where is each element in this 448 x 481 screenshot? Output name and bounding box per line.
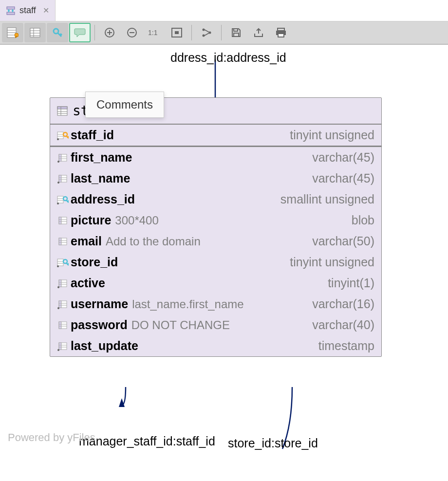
svg-point-45: [57, 161, 59, 163]
key-button[interactable]: [47, 23, 68, 42]
column-type: tinyint unsigned: [290, 128, 374, 142]
column-icon: [57, 174, 71, 184]
svg-marker-30: [119, 398, 125, 407]
close-icon[interactable]: ✕: [43, 6, 49, 15]
svg-rect-57: [59, 217, 61, 224]
svg-point-23: [203, 35, 205, 37]
column-row[interactable]: passwordDO NOT CHANGEvarchar(40): [50, 314, 381, 335]
toolbar-separator: [191, 25, 192, 40]
column-icon: [57, 216, 71, 225]
pk-icon: [57, 130, 71, 140]
fit-content-button[interactable]: [166, 23, 187, 42]
column-row[interactable]: picture300*400blob: [50, 210, 381, 231]
table-view-button[interactable]: [24, 23, 46, 42]
column-name: staff_id: [71, 128, 114, 142]
column-name: last_update: [71, 339, 138, 353]
column-type: varchar(40): [312, 318, 374, 332]
relation-label-top: ddress_id:address_id: [170, 51, 286, 65]
column-row[interactable]: first_namevarchar(45): [50, 147, 381, 168]
export-button[interactable]: [248, 23, 269, 42]
svg-rect-70: [59, 280, 61, 287]
svg-rect-75: [59, 301, 61, 308]
column-icon: [57, 237, 71, 246]
svg-rect-61: [59, 238, 61, 245]
column-comment: Add to the domain: [106, 235, 201, 248]
primary-key-section: staff_id tinyint unsigned: [50, 125, 381, 147]
column-type: blob: [352, 213, 374, 227]
relation-label-bottom-right: store_id:store_id: [228, 436, 318, 450]
column-comment: DO NOT CHANGE: [131, 318, 230, 332]
svg-point-67: [57, 265, 59, 267]
detail-view-button[interactable]: [2, 23, 23, 42]
svg-point-78: [57, 307, 59, 309]
svg-rect-0: [7, 7, 15, 9]
column-icon: [57, 258, 71, 267]
table-card-staff[interactable]: staff staff_id tinyint unsigned first_na…: [50, 97, 382, 357]
svg-text:1:1: 1:1: [148, 29, 158, 37]
column-type: varchar(50): [312, 234, 374, 248]
column-name: email: [71, 234, 102, 248]
column-row[interactable]: last_namevarchar(45): [50, 168, 381, 189]
svg-rect-29: [278, 34, 284, 37]
print-button[interactable]: [270, 23, 292, 42]
diagram-icon: [6, 6, 16, 16]
save-button[interactable]: [225, 23, 247, 42]
tab-bar: staff ✕: [0, 0, 448, 21]
column-type: timestamp: [318, 339, 374, 353]
column-icon: [57, 320, 71, 330]
svg-rect-21: [175, 31, 179, 34]
svg-point-39: [57, 138, 59, 140]
toolbar: 1:1: [0, 21, 448, 45]
column-name: username: [71, 297, 128, 311]
column-comment: 300*400: [115, 214, 158, 227]
column-type: tinyint(1): [328, 276, 374, 290]
column-name: password: [71, 318, 128, 332]
zoom-actual-button[interactable]: 1:1: [144, 23, 165, 42]
toolbar-separator: [94, 25, 95, 40]
column-icon: [57, 278, 71, 288]
column-icon: [57, 195, 71, 204]
svg-rect-36: [57, 132, 63, 139]
svg-rect-51: [57, 196, 63, 203]
zoom-out-button[interactable]: [121, 23, 143, 42]
column-type: varchar(45): [312, 171, 374, 185]
tab-staff[interactable]: staff ✕: [0, 0, 56, 21]
column-row[interactable]: usernamelast_name.first_namevarchar(16): [50, 294, 381, 314]
column-type: tinyint unsigned: [290, 255, 374, 269]
column-name: picture: [71, 213, 111, 227]
column-row[interactable]: last_updatetimestamp: [50, 335, 381, 356]
svg-rect-80: [59, 322, 61, 329]
column-row-pk[interactable]: staff_id tinyint unsigned: [50, 125, 381, 146]
svg-rect-27: [278, 28, 284, 31]
watermark: Powered by yFiles: [8, 431, 95, 444]
svg-point-50: [57, 182, 59, 184]
column-name: store_id: [71, 255, 118, 269]
column-name: last_name: [71, 171, 130, 185]
diagram-canvas[interactable]: ddress_id:address_id manager_staff_id:st…: [0, 45, 448, 481]
column-icon: [57, 299, 71, 309]
column-row[interactable]: store_idtinyint unsigned: [50, 252, 381, 273]
column-name: address_id: [71, 192, 135, 206]
table-icon: [57, 106, 68, 116]
column-row[interactable]: activetinyint(1): [50, 273, 381, 294]
svg-point-54: [57, 203, 59, 204]
column-icon: [57, 153, 71, 163]
tooltip-comments: Comments: [85, 92, 164, 118]
column-name: first_name: [71, 150, 132, 165]
svg-point-87: [57, 349, 59, 351]
svg-rect-25: [234, 29, 238, 31]
column-comment: last_name.first_name: [132, 297, 243, 311]
layout-button[interactable]: [196, 23, 217, 42]
column-row[interactable]: emailAdd to the domainvarchar(50): [50, 231, 381, 252]
svg-point-73: [57, 286, 59, 288]
comments-button[interactable]: [69, 23, 91, 42]
tab-label: staff: [19, 5, 36, 16]
column-name: active: [71, 276, 105, 290]
svg-rect-42: [59, 154, 61, 161]
relation-label-bottom-left: manager_staff_id:staff_id: [79, 434, 215, 448]
column-row[interactable]: address_idsmallint unsigned: [50, 189, 381, 210]
zoom-in-button[interactable]: [99, 23, 120, 42]
column-type: varchar(45): [312, 150, 374, 165]
svg-rect-47: [59, 175, 61, 182]
column-icon: [57, 341, 71, 351]
